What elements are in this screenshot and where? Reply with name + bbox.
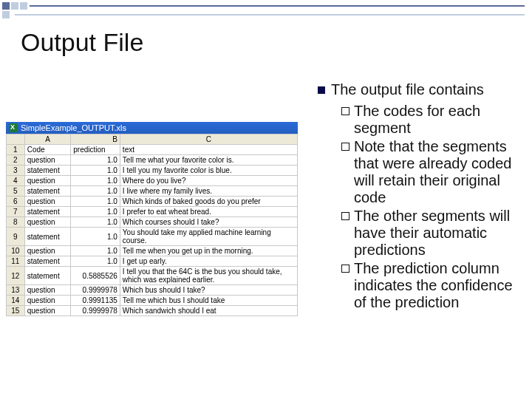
cell-prediction: 0.9999978 bbox=[71, 306, 120, 316]
sub-bullet-row: The prediction column indicates the conf… bbox=[341, 260, 521, 311]
table-row: 14question0.9991135Tell me which bus I s… bbox=[7, 296, 298, 306]
row-number: 8 bbox=[7, 217, 25, 228]
spreadsheet-titlebar: SimpleExample_OUTPUT.xls bbox=[6, 122, 298, 134]
col-header-b: B bbox=[71, 134, 120, 145]
cell-prediction: 1.0 bbox=[71, 217, 120, 228]
accent-square-icon bbox=[20, 2, 27, 10]
table-row: 10question1.0Tell me when you get up in … bbox=[7, 246, 298, 256]
cell-prediction: 1.0 bbox=[71, 256, 120, 267]
cell-prediction: 1.0 bbox=[71, 155, 120, 166]
row-number: 15 bbox=[7, 306, 25, 316]
cell-prediction: 0.5885526 bbox=[71, 267, 120, 285]
accent-square-icon bbox=[2, 11, 10, 18]
cell-text: I tell you my favorite color is blue. bbox=[120, 166, 297, 176]
cell-prediction: 1.0 bbox=[71, 166, 120, 176]
table-row: 7statement1.0I prefer to eat wheat bread… bbox=[7, 207, 298, 217]
cell-code: question bbox=[24, 306, 71, 316]
cell: text bbox=[120, 145, 297, 155]
table-row: 12statement0.5885526I tell you that the … bbox=[7, 267, 298, 285]
cell-code: question bbox=[24, 217, 71, 228]
spreadsheet-filename: SimpleExample_OUTPUT.xls bbox=[21, 123, 126, 132]
cell-prediction: 1.0 bbox=[71, 176, 120, 186]
cell-code: statement bbox=[24, 256, 71, 267]
table-row: 3statement1.0I tell you my favorite colo… bbox=[7, 166, 298, 176]
cell-text: I live where my family lives. bbox=[120, 186, 297, 197]
slide-decor-top bbox=[0, 0, 532, 15]
cell-code: question bbox=[24, 285, 71, 296]
lead-bullet-text: The output file contains bbox=[331, 81, 484, 98]
table-row: 9statement1.0You should take my applied … bbox=[7, 228, 298, 246]
cell-code: question bbox=[24, 176, 71, 186]
cell-prediction: 1.0 bbox=[71, 186, 120, 197]
table-row: 5statement1.0I live where my family live… bbox=[7, 186, 298, 197]
sub-bullet-row: The other segments will have their autom… bbox=[341, 208, 521, 259]
select-all-cell bbox=[7, 134, 25, 145]
table-row: 6question1.0Which kinds of baked goods d… bbox=[7, 197, 298, 207]
table-row: 2question1.0Tell me what your favorite c… bbox=[7, 155, 298, 166]
cell-text: I tell you that the 64C is the bus you s… bbox=[120, 267, 297, 285]
table-row: 11statement1.0I get up early. bbox=[7, 256, 298, 267]
sub-bullet-row: The codes for each segment bbox=[341, 103, 521, 137]
row-number: 4 bbox=[7, 176, 25, 186]
sub-bullet-text: Note that the segments that were already… bbox=[354, 138, 521, 206]
row-number: 9 bbox=[7, 228, 25, 246]
cell-text: Where do you live? bbox=[120, 176, 297, 186]
row-number: 10 bbox=[7, 246, 25, 256]
sub-bullet-text: The prediction column indicates the conf… bbox=[354, 260, 521, 311]
cell-code: question bbox=[24, 246, 71, 256]
cell-code: statement bbox=[24, 207, 71, 217]
cell-code: question bbox=[24, 155, 71, 166]
hollow-square-bullet-icon bbox=[341, 265, 349, 273]
cell-prediction: 0.9999978 bbox=[71, 285, 120, 296]
row-number: 6 bbox=[7, 197, 25, 207]
row-number: 13 bbox=[7, 285, 25, 296]
square-bullet-icon bbox=[318, 86, 325, 94]
spreadsheet-screenshot: SimpleExample_OUTPUT.xls A B C 1Codepred… bbox=[6, 122, 298, 316]
accent-square-icon bbox=[2, 2, 10, 10]
cell-prediction: 1.0 bbox=[71, 207, 120, 217]
row-number: 12 bbox=[7, 267, 25, 285]
cell-code: statement bbox=[24, 228, 71, 246]
cell-text: I prefer to eat wheat bread. bbox=[120, 207, 297, 217]
row-number: 5 bbox=[7, 186, 25, 197]
cell-code: statement bbox=[24, 267, 71, 285]
row-number: 1 bbox=[7, 145, 25, 155]
accent-line bbox=[15, 14, 525, 16]
cell-code: question bbox=[24, 197, 71, 207]
row-number: 14 bbox=[7, 296, 25, 306]
cell-text: Which kinds of baked goods do you prefer bbox=[120, 197, 297, 207]
col-header-a: A bbox=[24, 134, 71, 145]
cell-code: question bbox=[24, 296, 71, 306]
hollow-square-bullet-icon bbox=[341, 212, 349, 220]
cell-prediction: 1.0 bbox=[71, 228, 120, 246]
sub-bullet-text: The codes for each segment bbox=[354, 103, 521, 137]
cell-code: statement bbox=[24, 186, 71, 197]
cell-text: Which sandwich should I eat bbox=[120, 306, 297, 316]
cell-text: Which courses should I take? bbox=[120, 217, 297, 228]
excel-icon bbox=[9, 123, 18, 132]
accent-line bbox=[30, 5, 525, 7]
table-row: 15question0.9999978Which sandwich should… bbox=[7, 306, 298, 316]
table-row: 13question0.9999978Which bus should I ta… bbox=[7, 285, 298, 296]
accent-square-icon bbox=[11, 2, 18, 10]
row-number: 11 bbox=[7, 256, 25, 267]
hollow-square-bullet-icon bbox=[341, 143, 349, 151]
cell-prediction: 1.0 bbox=[71, 246, 120, 256]
cell: prediction bbox=[71, 145, 120, 155]
row-number: 3 bbox=[7, 166, 25, 176]
sub-bullet-row: Note that the segments that were already… bbox=[341, 138, 521, 206]
cell-text: Which bus should I take? bbox=[120, 285, 297, 296]
bullets-area: The output file contains The codes for e… bbox=[318, 81, 521, 313]
hollow-square-bullet-icon bbox=[341, 107, 349, 115]
cell-text: Tell me what your favorite color is. bbox=[120, 155, 297, 166]
cell-text: I get up early. bbox=[120, 256, 297, 267]
sub-bullet-text: The other segments will have their autom… bbox=[354, 208, 521, 259]
col-header-c: C bbox=[120, 134, 297, 145]
cell-prediction: 1.0 bbox=[71, 197, 120, 207]
cell-text: Tell me when you get up in the morning. bbox=[120, 246, 297, 256]
table-row: 8question1.0Which courses should I take? bbox=[7, 217, 298, 228]
table-row: 4question1.0Where do you live? bbox=[7, 176, 298, 186]
cell-text: Tell me which bus I should take bbox=[120, 296, 297, 306]
row-number: 2 bbox=[7, 155, 25, 166]
cell-text: You should take my applied machine learn… bbox=[120, 228, 297, 246]
